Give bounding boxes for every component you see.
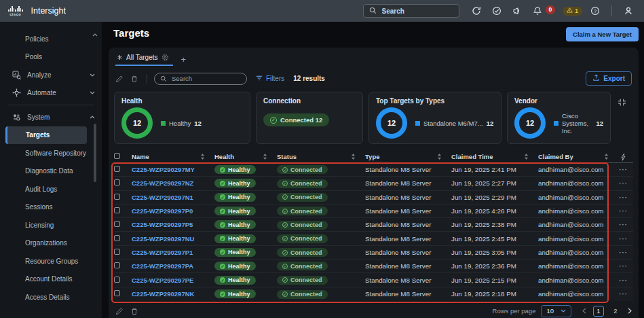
scrollbar-up-arrow[interactable] (92, 27, 98, 39)
previous-page-button[interactable] (582, 308, 586, 314)
sidebar-item-policies[interactable]: Policies (0, 30, 102, 48)
table-search-input[interactable] (170, 74, 241, 83)
top-bar: cisco Intersight 0 1 ? (0, 0, 644, 22)
column-header-claimed-by[interactable]: Claimed By (538, 153, 618, 160)
target-name-link[interactable]: C225-WZP290297P1 (132, 249, 214, 256)
filters-button[interactable]: Filters (256, 75, 284, 83)
sidebar-item-audit-logs[interactable]: Audit Logs (0, 180, 102, 198)
page-title: Targets (113, 27, 149, 39)
row-actions-button[interactable]: ··· (618, 194, 633, 201)
column-header-name[interactable]: Name (132, 153, 214, 160)
target-name-link[interactable]: C225-WZP290297NU (132, 235, 214, 243)
target-name-link[interactable]: C225-WZP290297P5 (132, 221, 214, 228)
row-checkbox[interactable] (114, 221, 120, 227)
sidebar-item-access-details[interactable]: Access Details (0, 288, 102, 306)
row-checkbox[interactable] (114, 179, 120, 186)
sidebar-item-analyze[interactable]: Analyze (0, 66, 102, 84)
sidebar-item-software-repository[interactable]: Software Repository (0, 144, 102, 162)
critical-alerts-badge[interactable]: 0 (546, 5, 556, 14)
sort-icon[interactable] (604, 154, 609, 160)
status-badge: ✓Connected (277, 248, 328, 257)
sidebar-item-sessions[interactable]: Sessions (0, 198, 102, 217)
lightning-bolt-icon[interactable] (618, 153, 633, 161)
claimed-time-cell: Jun 19, 2025 2:27 PM (451, 179, 538, 187)
sidebar-item-pools[interactable]: Pools (0, 48, 102, 67)
target-name-link[interactable]: C225-WZP290297PE (132, 277, 214, 284)
sidebar-item-account-details[interactable]: Account Details (0, 270, 102, 289)
target-name-link[interactable]: C225-WZP290297MY (132, 166, 214, 173)
sidebar-item-automate[interactable]: Automate (0, 84, 102, 103)
table-search[interactable] (154, 73, 247, 85)
column-header-type[interactable]: Type (365, 153, 451, 160)
row-actions-button[interactable]: ··· (618, 207, 633, 215)
next-page-button[interactable] (628, 308, 632, 314)
sidebar-item-system[interactable]: System (0, 108, 102, 126)
trash-icon[interactable] (130, 307, 138, 315)
sidebar-item-diagnostic-data[interactable]: Diagnostic Data (0, 162, 102, 181)
edit-pencil-icon[interactable] (115, 75, 124, 83)
global-search-input[interactable] (381, 7, 453, 16)
column-header-claimed-time[interactable]: Claimed Time (451, 153, 538, 160)
row-checkbox[interactable] (114, 262, 120, 268)
sort-icon[interactable] (351, 154, 356, 160)
sidebar-item-resource-groups[interactable]: Resource Groups (0, 252, 102, 270)
row-actions-button[interactable]: ··· (618, 262, 633, 270)
row-actions-button[interactable]: ··· (618, 277, 633, 284)
warning-alerts-badge[interactable]: 1 (563, 7, 582, 16)
row-checkbox[interactable] (114, 290, 120, 296)
column-header-health[interactable]: Health (214, 153, 277, 160)
sidebar-scrollbar[interactable] (94, 124, 96, 182)
target-name-link[interactable]: C225-WZP290297P0 (132, 207, 214, 215)
sidebar-item-targets[interactable]: Targets (5, 126, 87, 145)
select-all-checkbox[interactable] (114, 153, 120, 159)
sort-icon[interactable] (524, 154, 529, 160)
row-actions-button[interactable]: ··· (618, 179, 633, 187)
target-name-link[interactable]: C225-WZP290297N1 (132, 194, 214, 201)
target-name-link[interactable]: C225-WZP290297PA (132, 262, 214, 270)
announcements-icon[interactable] (510, 3, 525, 18)
status-badge: ✓Connected (277, 165, 328, 174)
gear-icon[interactable] (162, 54, 169, 61)
sort-icon[interactable] (200, 154, 205, 160)
user-icon[interactable] (621, 3, 636, 18)
trash-icon[interactable] (130, 75, 138, 83)
check-circle-icon: ✓ (282, 292, 288, 297)
column-header-status[interactable]: Status (277, 153, 365, 160)
add-tab-button[interactable]: + (181, 54, 187, 65)
table-row: C225-WZP290297NK✓Healthy✓ConnectedStanda… (114, 287, 633, 301)
row-actions-button[interactable]: ··· (618, 221, 633, 228)
claim-new-target-button[interactable]: Claim a New Target (566, 27, 639, 41)
bell-icon[interactable] (530, 3, 545, 18)
row-checkbox[interactable] (114, 235, 120, 241)
row-actions-button[interactable]: ··· (618, 249, 633, 256)
target-name-link[interactable]: C225-WZP290297NK (132, 290, 214, 298)
tab-all-targets[interactable]: All Targets (115, 52, 173, 66)
row-checkbox[interactable] (114, 249, 120, 255)
sort-icon[interactable] (263, 154, 267, 160)
status-badge: ✓Connected (277, 234, 328, 243)
collapse-widgets-icon[interactable] (618, 97, 626, 109)
global-search[interactable] (363, 4, 459, 18)
row-actions-button[interactable]: ··· (618, 235, 633, 243)
row-checkbox[interactable] (114, 207, 120, 213)
help-icon[interactable]: ? (588, 3, 603, 18)
intersight-app: cisco Intersight 0 1 ? PoliciesPoolsAnal… (0, 0, 644, 318)
vendor-donut: 12 (514, 107, 546, 139)
claimed-by-cell: andhiman@cisco.com (538, 277, 618, 284)
refresh-icon[interactable] (469, 3, 484, 18)
row-checkbox[interactable] (114, 194, 120, 200)
row-actions-button[interactable]: ··· (618, 290, 633, 298)
sort-icon[interactable] (437, 154, 442, 160)
sidebar-item-licensing[interactable]: Licensing (0, 216, 102, 234)
row-checkbox[interactable] (114, 166, 120, 172)
edit-pencil-icon[interactable] (115, 307, 124, 315)
row-actions-button[interactable]: ··· (618, 166, 633, 173)
page-button-2[interactable]: 2 (610, 306, 621, 317)
export-button[interactable]: Export (586, 71, 632, 86)
row-checkbox[interactable] (114, 277, 120, 283)
page-button-1[interactable]: 1 (593, 306, 604, 317)
status-check-icon[interactable] (489, 3, 504, 18)
target-name-link[interactable]: C225-WZP290297NZ (132, 179, 214, 187)
sidebar-item-organizations[interactable]: Organizations (0, 234, 102, 253)
rows-per-page-select[interactable]: 10 (541, 305, 571, 317)
